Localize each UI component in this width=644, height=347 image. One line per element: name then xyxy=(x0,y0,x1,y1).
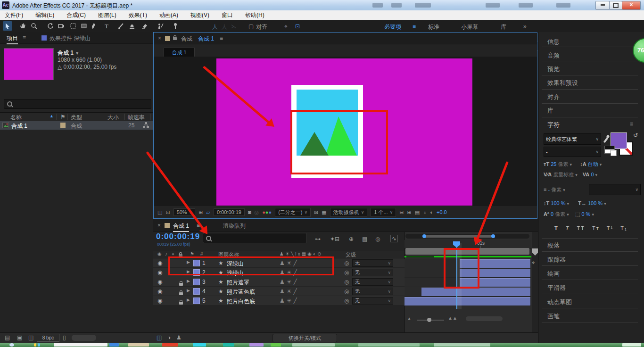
panel-tracker[interactable]: 跟踪器 xyxy=(547,256,566,264)
shape-tool[interactable] xyxy=(79,21,89,31)
column-type[interactable]: 类型 xyxy=(71,114,82,122)
workspace-overflow-chevron[interactable]: » xyxy=(523,23,527,30)
clone-stamp-tool[interactable] xyxy=(127,21,137,31)
zoom-out-mountain-icon[interactable]: ▲ xyxy=(407,316,411,321)
time-ruler[interactable]: 01s xyxy=(405,240,531,248)
layer-row-4[interactable]: ◉ ▶ 4 ★ 照片蓝色底 ♟☀╱ ◎ 无∨ xyxy=(153,287,405,296)
tab-composition-group[interactable]: 合成 xyxy=(181,35,192,43)
stroke-style-dropdown[interactable]: ∨ xyxy=(589,184,641,195)
timeline-zoom-slider[interactable] xyxy=(417,320,444,321)
small-caps-button[interactable]: Tт xyxy=(592,225,600,231)
navigator-range[interactable] xyxy=(424,235,492,238)
comp-thumbnail[interactable] xyxy=(4,48,54,80)
default-fill-mini-swatch[interactable] xyxy=(611,150,617,156)
menu-help[interactable]: 帮助(H) xyxy=(245,11,264,19)
timeline-icon[interactable]: ▤ xyxy=(415,209,420,215)
swap-fill-stroke-icon[interactable]: ↺ xyxy=(633,132,638,139)
roto-brush-tool[interactable] xyxy=(156,21,165,31)
menu-effect[interactable]: 效果(T) xyxy=(129,11,147,19)
tab-timeline-comp[interactable]: 合成 1 xyxy=(173,222,189,232)
baseline-tsume-row[interactable]: Aª 0 像素 ▾ ⬚ 0 % ▾ xyxy=(544,211,640,220)
snapshot-camera-icon[interactable]: ◙ xyxy=(248,209,251,215)
camera-tool[interactable] xyxy=(57,21,66,31)
composition-mini-flowchart-icon[interactable]: ⊶ xyxy=(315,236,321,242)
panel-brushes[interactable]: 画笔 xyxy=(547,312,560,321)
superscript-button[interactable]: T¹ xyxy=(607,225,613,231)
motion-blur-icon[interactable]: ◎ xyxy=(375,236,380,242)
label-swatch[interactable] xyxy=(60,123,66,128)
workspace-library[interactable]: 库 xyxy=(501,23,506,31)
shy-layers-icon[interactable]: ⊕ xyxy=(349,236,354,242)
layer-color-chip[interactable] xyxy=(193,288,200,295)
panel-smoother[interactable]: 平滑器 xyxy=(547,284,566,292)
eye-icon[interactable]: ◉ xyxy=(157,288,162,295)
align-checkbox-icon[interactable]: ▢ xyxy=(248,23,254,30)
layer-name[interactable]: 照片白色底 xyxy=(227,297,255,306)
font-style-dropdown[interactable]: -∨ xyxy=(544,147,601,157)
layer-row-5[interactable]: ◉ ▶ 5 ★ 照片白色底 ♟☀╱ ◎ 无∨ xyxy=(153,296,405,306)
taskbar-app[interactable] xyxy=(434,343,490,347)
parent-pickwhip-icon[interactable]: ◎ xyxy=(344,297,349,304)
taskbar-app[interactable] xyxy=(193,343,206,347)
draft-3d-icon[interactable]: ✦⊟ xyxy=(330,236,339,242)
workspace-menu-icon[interactable]: ≡ xyxy=(413,23,416,30)
taskbar-app[interactable] xyxy=(128,343,149,347)
parent-pickwhip-icon[interactable]: ◎ xyxy=(344,279,349,285)
workspace-standard[interactable]: 标准 xyxy=(428,23,439,31)
tab-project[interactable]: 项目 xyxy=(7,34,18,44)
monitor-icon[interactable]: ⊡ xyxy=(165,209,170,215)
menu-view[interactable]: 视图(V) xyxy=(190,11,209,19)
align-label[interactable]: 对齐 xyxy=(256,23,267,31)
new-folder-icon[interactable]: ▣ xyxy=(17,334,22,341)
project-panel-menu-icon[interactable]: ≡ xyxy=(23,34,26,41)
timeline-hscroll[interactable] xyxy=(466,316,503,321)
grid-guides-icon[interactable]: ⊞ xyxy=(198,209,203,215)
column-name[interactable]: 名称 xyxy=(10,114,22,122)
timeline-current-timecode[interactable]: 0:00:00:19 xyxy=(156,232,200,241)
layer-switches[interactable]: ♟☀╱ xyxy=(280,279,299,285)
expand-arrow-icon[interactable]: ▶ xyxy=(187,297,190,302)
taskbar-app[interactable] xyxy=(109,343,119,347)
close-button[interactable]: × xyxy=(622,1,641,10)
project-search-input[interactable] xyxy=(4,99,151,109)
bit-depth-button[interactable]: 8 bpc xyxy=(37,334,59,342)
taskbar-app[interactable] xyxy=(271,343,281,347)
column-size[interactable]: 大小 xyxy=(107,114,119,122)
panel-preview[interactable]: 预览 xyxy=(547,65,560,74)
panel-motion-sketch[interactable]: 动态草图 xyxy=(547,298,572,306)
menu-edit[interactable]: 编辑(E) xyxy=(35,11,54,19)
subscript-button[interactable]: T₁ xyxy=(620,225,627,231)
lock-icon[interactable] xyxy=(179,299,183,306)
share-view-icon[interactable]: ⊟ xyxy=(399,209,404,215)
panel-library[interactable]: 库 xyxy=(547,107,553,115)
sort-arrow-icon[interactable]: ▲ xyxy=(50,114,54,118)
eye-icon[interactable]: ◉ xyxy=(157,269,162,276)
lock-icon[interactable] xyxy=(179,281,183,287)
navigator-handle-left[interactable] xyxy=(422,234,426,238)
all-caps-button[interactable]: TT xyxy=(577,225,585,231)
workspace-essentials[interactable]: 必要项 xyxy=(384,23,401,31)
layer-switches[interactable]: ♟☀╱ xyxy=(280,297,299,304)
hand-tool[interactable] xyxy=(18,21,27,31)
show-snapshot-icon[interactable]: ◎ xyxy=(255,209,259,215)
selection-tool[interactable] xyxy=(3,21,12,31)
close-tab-icon[interactable]: × xyxy=(157,222,161,229)
parent-pickwhip-icon[interactable]: ◎ xyxy=(344,288,349,295)
zoom-slider-knob[interactable] xyxy=(427,318,431,322)
parent-column[interactable]: 父级 xyxy=(346,251,356,258)
menu-animation[interactable]: 动画(A) xyxy=(159,11,178,19)
taskbar-app[interactable] xyxy=(38,343,40,347)
pan-behind-tool[interactable] xyxy=(68,21,78,31)
exposure-value[interactable]: +0.0 xyxy=(437,209,447,215)
panel-info[interactable]: 信息 xyxy=(547,38,560,46)
parent-dropdown[interactable]: 无∨ xyxy=(352,278,393,286)
layer-name[interactable]: 照片遮罩 xyxy=(227,279,249,287)
comp-mini-tab[interactable]: 合成 1 xyxy=(164,48,195,57)
lock-icon[interactable] xyxy=(179,290,183,297)
parent-dropdown[interactable]: 无∨ xyxy=(352,288,393,295)
column-framerate[interactable]: 帧速率 xyxy=(128,114,145,122)
time-navigator-bar[interactable] xyxy=(405,234,529,239)
eyedropper-icon[interactable] xyxy=(602,133,610,144)
expand-layer-switches-icon[interactable]: ◫ xyxy=(157,334,162,341)
toggle-switches-modes-button[interactable]: 切换开关/模式 xyxy=(272,334,337,342)
